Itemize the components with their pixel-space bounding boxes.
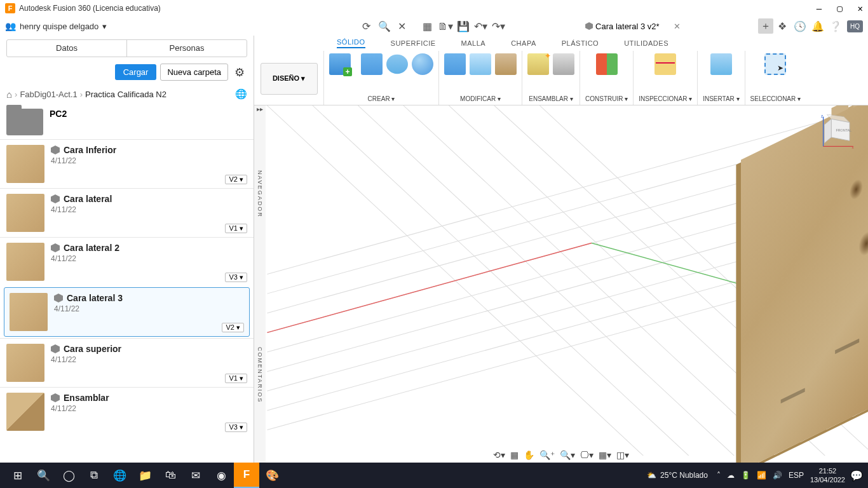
tray-onedrive-icon[interactable]: ☁ (727, 471, 735, 480)
grid-apps-button[interactable]: ▦ (420, 18, 435, 34)
tray-language[interactable]: ESP (789, 471, 804, 480)
new-tab-button[interactable]: ＋ (758, 18, 773, 34)
ribbon-label-modificar[interactable]: MODIFICAR ▾ (460, 95, 501, 104)
tab-datos[interactable]: Datos (7, 40, 126, 57)
upload-button[interactable]: Cargar (115, 64, 157, 80)
explorer-icon[interactable]: 📁 (132, 463, 158, 488)
gear-icon[interactable]: ⚙ (232, 65, 247, 79)
search-button[interactable]: 🔍 (377, 18, 392, 34)
document-tab-close[interactable]: ✕ (674, 22, 681, 31)
action-center-button[interactable]: 💬 (850, 470, 863, 482)
jobs-button[interactable]: 🕓 (792, 18, 808, 34)
window-maximize-button[interactable]: ▢ (837, 3, 842, 13)
tray-wifi-icon[interactable]: 📶 (757, 471, 766, 480)
insert-button[interactable] (710, 53, 732, 75)
breadcrumb-item-0[interactable]: FabDig01-Act.1 (20, 90, 77, 99)
ribbon-tab-utilidades[interactable]: UTILIDADES (624, 39, 668, 47)
press-pull-button[interactable] (444, 53, 466, 75)
home-icon[interactable]: ⌂ (6, 89, 12, 100)
design-item[interactable]: Cara lateral4/11/22V1 ▾ (0, 188, 254, 237)
extensions-button[interactable]: ❖ (775, 18, 790, 34)
design-item[interactable]: Cara superior4/11/22V1 ▾ (0, 338, 254, 387)
tab-personas[interactable]: Personas (126, 40, 247, 57)
ribbon-tab-plástico[interactable]: PLÁSTICO (562, 39, 599, 47)
panel-close-button[interactable]: ✕ (395, 18, 410, 34)
ribbon-tab-superficie[interactable]: SUPERFICIE (391, 39, 436, 47)
globe-icon[interactable]: 🌐 (235, 88, 247, 100)
undo-button[interactable]: ↶▾ (473, 18, 489, 34)
help-button[interactable]: ❔ (828, 18, 843, 34)
taskbar-clock[interactable]: 21:52 13/04/2022 (810, 466, 845, 484)
version-dropdown[interactable]: V3 ▾ (225, 423, 247, 432)
edge-icon[interactable]: 🌐 (107, 463, 132, 488)
ribbon-label-ensamblar[interactable]: ENSAMBLAR ▾ (529, 95, 573, 104)
search-taskbar-button[interactable]: 🔍 (31, 463, 56, 488)
ribbon-tab-sólido[interactable]: SÓLIDO (337, 38, 365, 48)
ribbon-label-crear[interactable]: CREAR ▾ (368, 95, 395, 104)
document-tab[interactable]: Cara lateral 3 v2* ✕ (508, 22, 758, 31)
design-item[interactable]: Cara Inferior4/11/22V2 ▾ (0, 139, 254, 188)
create-sketch-button[interactable] (329, 53, 351, 75)
ribbon-label-seleccionar[interactable]: SELECCIONAR ▾ (750, 95, 801, 104)
folder-row[interactable]: PC2 (0, 105, 254, 139)
design-item[interactable]: Ensamblar4/11/22V3 ▾ (0, 387, 254, 436)
ribbon-label-insertar[interactable]: INSERTAR ▾ (703, 95, 739, 104)
create-box-button[interactable] (361, 53, 383, 75)
measure-button[interactable] (654, 53, 676, 75)
ribbon-tab-malla[interactable]: MALLA (461, 39, 486, 47)
breadcrumb-item-1[interactable]: Practica Calificada N2 (85, 90, 166, 99)
version-dropdown[interactable]: V1 ▾ (225, 224, 247, 233)
lookat-button[interactable]: ▦ (510, 450, 519, 460)
version-dropdown[interactable]: V2 ▾ (222, 323, 244, 332)
fusion360-taskbar-icon[interactable]: F (234, 463, 259, 488)
user-menu[interactable]: 👥 henry quispe delgado ▾ (5, 21, 107, 31)
ribbon-label-construir[interactable]: CONSTRUIR ▾ (585, 95, 628, 104)
new-component-button[interactable] (527, 53, 549, 75)
window-close-button[interactable]: ✕ (858, 3, 863, 13)
tray-volume-icon[interactable]: 🔊 (773, 471, 782, 480)
joint-button[interactable] (553, 53, 574, 75)
display-settings-button[interactable]: 🖵▾ (580, 450, 593, 460)
design-item[interactable]: Cara lateral 24/11/22V3 ▾ (0, 237, 254, 286)
zoom-button[interactable]: 🔍⁺ (539, 450, 555, 460)
version-dropdown[interactable]: V1 ▾ (225, 374, 247, 383)
profile-badge[interactable]: HQ (847, 20, 863, 32)
start-button[interactable]: ⊞ (5, 463, 31, 488)
ribbon-tab-chapa[interactable]: CHAPA (511, 39, 536, 47)
weather-widget[interactable]: ⛅ 25°C Nublado (647, 471, 708, 480)
viewcube[interactable]: FRONTAL z x (821, 114, 855, 149)
canvas[interactable]: ▸▸ NAVEGADOR COMENTARIOS (254, 105, 868, 468)
task-view-button[interactable]: ⧉ (81, 463, 107, 488)
appearance-button[interactable] (495, 53, 517, 75)
save-button[interactable]: 💾 (456, 18, 471, 34)
model-body[interactable] (741, 105, 868, 468)
refresh-button[interactable]: ⟳ (359, 18, 374, 34)
tray-chevron-icon[interactable]: ˄ (717, 471, 721, 480)
file-menu-button[interactable]: 🗎▾ (438, 18, 453, 34)
design-item[interactable]: Cara lateral 34/11/22V2 ▾ (4, 287, 250, 337)
fillet-button[interactable] (470, 53, 491, 75)
tray-battery-icon[interactable]: 🔋 (741, 471, 750, 480)
create-cylinder-button[interactable] (386, 53, 408, 75)
create-sphere-button[interactable] (412, 53, 433, 75)
new-folder-button[interactable]: Nueva carpeta (160, 64, 228, 81)
store-icon[interactable]: 🛍 (158, 463, 183, 488)
mail-icon[interactable]: ✉ (183, 463, 208, 488)
paint-icon[interactable]: 🎨 (259, 463, 285, 488)
window-minimize-button[interactable]: — (817, 3, 822, 13)
redo-button[interactable]: ↷▾ (491, 18, 506, 34)
orbit-button[interactable]: ⟲▾ (493, 450, 505, 460)
fit-button[interactable]: 🔍▾ (560, 450, 575, 460)
version-dropdown[interactable]: V2 ▾ (225, 175, 247, 184)
select-button[interactable] (764, 53, 786, 75)
workspace-switcher-button[interactable]: DISEÑO ▾ (261, 63, 318, 95)
ribbon-label-inspeccionar[interactable]: INSPECCIONAR ▾ (639, 95, 692, 104)
construct-plane-button[interactable] (596, 53, 618, 75)
notifications-button[interactable]: 🔔 (810, 18, 825, 34)
cortana-button[interactable]: ◯ (56, 463, 81, 488)
chrome-icon[interactable]: ◉ (208, 463, 234, 488)
expand-browser-button[interactable]: ▸▸ (254, 105, 266, 117)
viewports-button[interactable]: ◫▾ (616, 450, 629, 460)
pan-button[interactable]: ✋ (524, 450, 534, 460)
version-dropdown[interactable]: V3 ▾ (225, 273, 247, 282)
